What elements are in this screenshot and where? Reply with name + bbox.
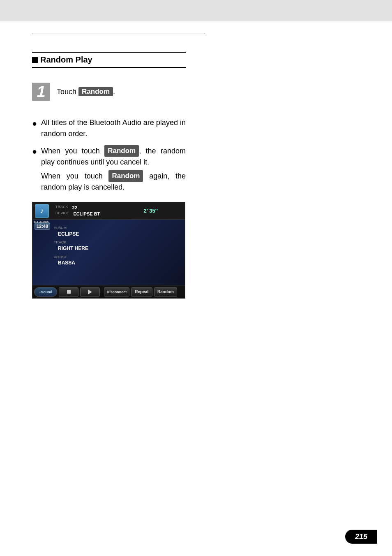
- repeat-button[interactable]: Repeat: [131, 287, 152, 297]
- step-row: 1 Touch Random.: [32, 83, 186, 101]
- header-band: [0, 0, 392, 21]
- random-button-label: Random: [78, 87, 113, 96]
- section-title-wrap: Random Play: [32, 52, 186, 68]
- square-bullet-icon: [32, 57, 38, 63]
- elapsed-time: 2' 35'': [143, 208, 182, 214]
- bt-audio-label: BT Audio: [34, 220, 48, 224]
- screenshot-body: 12:48 ALBUM ECLIPSE TRACK RIGHT HERE ART…: [32, 220, 185, 283]
- bullet-item-2: ● When you touch Random, the random play…: [32, 145, 186, 193]
- page-number: 215: [345, 530, 377, 544]
- section-title-text: Random Play: [40, 55, 92, 64]
- bullet2-sub: When you touch Random again, the random …: [41, 170, 186, 193]
- bullet-2-body: When you touch Random, the random play c…: [41, 145, 186, 193]
- device-screenshot: ♪ BT Audio TRACK 22 DEVICE ECLIPSE BT 2'…: [32, 202, 185, 299]
- metadata-area: ALBUM ECLIPSE TRACK RIGHT HERE ARTIST BA…: [52, 220, 90, 283]
- trackname-value: RIGHT HERE: [58, 245, 88, 252]
- stop-button[interactable]: [59, 287, 78, 297]
- content-area: Random Play 1 Touch Random. ● All titles…: [0, 33, 218, 299]
- screenshot-topinfo: TRACK 22 DEVICE ECLIPSE BT: [55, 205, 100, 217]
- artist-value: BASSA: [58, 259, 88, 266]
- trackname-label: TRACK: [54, 240, 88, 245]
- random-button[interactable]: Random: [154, 287, 177, 297]
- bullet-1-text: All titles of the Bluetooth Audio are pl…: [41, 117, 186, 139]
- track-label: TRACK: [55, 205, 68, 211]
- step-prefix: Touch: [57, 88, 78, 96]
- section-title: Random Play: [32, 55, 186, 65]
- screenshot-bottombar: ♪Sound Disconnect Repeat Random: [32, 285, 185, 298]
- bullet2-sub-pre: When you touch: [41, 172, 108, 180]
- bullet2-pre: When you touch: [41, 147, 104, 155]
- disconnect-button[interactable]: Disconnect: [104, 287, 129, 297]
- bullet-dot-icon: ●: [32, 117, 37, 139]
- screenshot-topbar: ♪ BT Audio TRACK 22 DEVICE ECLIPSE BT 2'…: [32, 202, 185, 220]
- clock-area: 12:48: [32, 220, 52, 283]
- step-suffix: .: [113, 88, 115, 96]
- album-label: ALBUM: [54, 225, 88, 231]
- track-value: 22: [72, 205, 77, 211]
- clock-badge[interactable]: 12:48: [35, 222, 50, 230]
- step-number-badge: 1: [32, 83, 50, 101]
- album-value: ECLIPSE: [58, 231, 88, 238]
- bt-audio-icon[interactable]: ♪: [35, 204, 49, 218]
- bullet-item-1: ● All titles of the Bluetooth Audio are …: [32, 117, 186, 139]
- play-icon: [88, 290, 92, 294]
- artist-label: ARTIST: [54, 255, 88, 260]
- bullet-dot-icon: ●: [32, 145, 37, 193]
- random-button-label-2: Random: [104, 145, 139, 157]
- stop-icon: [67, 290, 71, 294]
- device-value: ECLIPSE BT: [74, 211, 100, 217]
- step-instruction: Touch Random.: [57, 87, 115, 96]
- device-label: DEVICE: [55, 211, 69, 217]
- sound-button[interactable]: ♪Sound: [34, 287, 57, 297]
- random-button-label-3: Random: [108, 170, 143, 182]
- play-button[interactable]: [80, 287, 100, 297]
